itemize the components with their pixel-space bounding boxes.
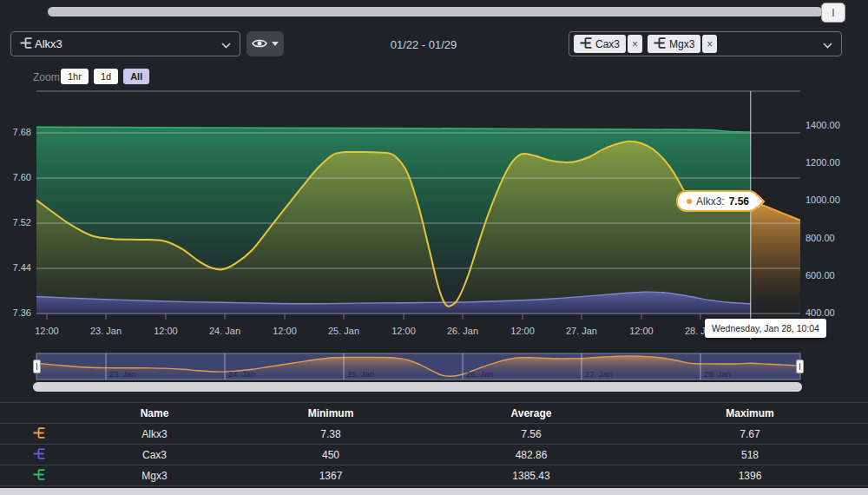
column-header: Name (78, 407, 231, 419)
average-cell: 7.56 (431, 428, 632, 440)
x-axis-label: 26. Jan (437, 326, 489, 336)
x-axis-label: 12:00 (615, 326, 667, 336)
series-tooltip: Alkx3: 7.56 (676, 190, 760, 212)
table-row-mgx3[interactable]: Mgx313671385.431396 (0, 465, 868, 486)
column-header: Average (431, 407, 632, 419)
y-axis-left-label: 7.52 (0, 217, 31, 228)
navigator-left-handle[interactable] (33, 360, 41, 373)
navigator-day-label: 28. Jan (704, 369, 731, 379)
y-axis-left-label: 7.44 (0, 262, 31, 273)
series-name-cell: Alkx3 (78, 428, 231, 440)
average-cell: 1385.43 (431, 470, 632, 482)
navigator-day-label: 25. Jan (347, 369, 374, 379)
series-icon (0, 427, 78, 441)
y-axis-right-label: 600.00 (806, 270, 835, 280)
navigator-day-label: 27. Jan (585, 369, 612, 379)
y-axis-right-label: 800.00 (806, 233, 835, 243)
x-axis-label: 12:00 (496, 326, 549, 336)
navigator-day-label: 24. Jan (228, 369, 255, 379)
y-axis-right-label: 1200.00 (806, 157, 840, 168)
column-header: Maximum (632, 407, 868, 419)
x-axis-label: 12:00 (21, 326, 73, 336)
summary-table: NameMinimumAverageMaximumAlkx37.387.567.… (0, 402, 868, 486)
y-axis-right-label: 1400.00 (806, 120, 840, 130)
navigator-day-label: 26. Jan (466, 369, 493, 379)
tooltip-value: 7.56 (729, 195, 749, 208)
y-axis-left-label: 7.36 (0, 307, 31, 318)
series-icon (0, 448, 78, 462)
maximum-cell: 1396 (632, 470, 868, 482)
table-header-row: NameMinimumAverageMaximum (0, 402, 868, 424)
y-axis-right-label: 400.00 (806, 307, 835, 318)
horizontal-scrollbar[interactable] (0, 488, 868, 495)
x-axis-label: 12:00 (140, 326, 192, 336)
minimum-cell: 7.38 (231, 428, 431, 440)
table-row-alkx3[interactable]: Alkx37.387.567.67 (0, 424, 868, 445)
x-axis-label: 23. Jan (80, 326, 132, 336)
table-row-cax3[interactable]: Cax3450482.86518 (0, 445, 868, 465)
series-name-cell: Mgx3 (78, 470, 231, 482)
navigator-right-handle[interactable] (796, 360, 804, 373)
navigator-day-label: 23. Jan (109, 369, 136, 379)
series-point-dot (687, 199, 692, 204)
minimum-cell: 1367 (231, 470, 431, 482)
y-axis-left-label: 7.60 (0, 172, 31, 182)
x-axis-label: 27. Jan (556, 326, 608, 336)
y-axis-left-label: 7.68 (0, 127, 31, 137)
series-name-cell: Cax3 (78, 449, 231, 461)
crosshair-date-tooltip: Wednesday, Jan 28, 10:04 (705, 319, 826, 338)
app-window: Alkx3 01/22 - 01/29 Cax3×Mgx3× Zoom 1hr1… (0, 0, 868, 495)
column-header: Minimum (231, 407, 431, 419)
x-axis-label: 12:00 (378, 326, 430, 336)
x-axis-label: 24. Jan (199, 326, 251, 336)
x-axis-label: 12:00 (259, 326, 311, 336)
minimum-cell: 450 (231, 449, 431, 461)
navigator-scrollbar[interactable] (33, 382, 802, 392)
maximum-cell: 7.67 (632, 428, 868, 440)
x-axis-label: 25. Jan (318, 326, 370, 336)
y-axis-right-label: 1000.00 (806, 195, 840, 205)
average-cell: 482.86 (431, 449, 632, 461)
tooltip-series-label: Alkx3: (696, 195, 725, 208)
series-icon (0, 469, 78, 483)
maximum-cell: 518 (632, 449, 868, 461)
